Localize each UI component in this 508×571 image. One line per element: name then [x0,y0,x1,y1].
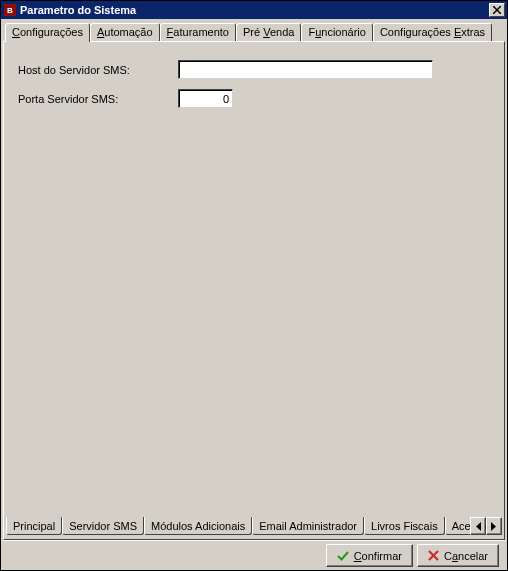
svg-marker-5 [491,522,496,531]
tab-configuracoes[interactable]: Configurações [5,23,90,42]
arrow-left-icon [475,522,481,531]
tab-acesso[interactable]: Acesso [445,517,470,535]
bottom-tabs-scroll: Principal Servidor SMS Módulos Adicionai… [4,517,470,535]
label-host-servidor-sms: Host do Servidor SMS: [18,64,178,76]
app-icon: B [3,3,17,17]
window-title: Parametro do Sistema [20,4,489,16]
tab-scroll-right-button[interactable] [486,517,502,535]
row-porta-servidor-sms: Porta Servidor SMS: [18,89,490,108]
tab-scroll-left-button[interactable] [470,517,486,535]
input-porta-servidor-sms[interactable] [178,89,233,108]
top-tab-strip: Configurações Automação Faturamento Pré … [3,21,505,41]
row-host-servidor-sms: Host do Servidor SMS: [18,60,490,79]
tab-email-administrador[interactable]: Email Administrador [252,517,364,535]
close-button[interactable] [489,3,505,17]
close-icon [493,6,501,14]
tab-automacao[interactable]: Automação [90,23,160,41]
client-area: Configurações Automação Faturamento Pré … [1,19,507,570]
cancel-icon [428,550,439,561]
tab-funcionario[interactable]: Funcionário [301,23,373,41]
tab-servidor-sms[interactable]: Servidor SMS [62,517,144,535]
dialog-footer: Confirmar Cancelar [3,540,505,570]
tab-pre-venda[interactable]: Pré Venda [236,23,301,41]
arrow-right-icon [491,522,497,531]
tab-configuracoes-extras[interactable]: Configurações Extras [373,23,492,41]
tab-principal[interactable]: Principal [6,517,62,535]
bottom-tab-strip: Principal Servidor SMS Módulos Adicionai… [4,517,504,539]
tab-scroll-arrows [470,517,504,535]
tab-livros-fiscais[interactable]: Livros Fiscais [364,517,445,535]
svg-text:B: B [7,6,13,15]
form-area: Host do Servidor SMS: Porta Servidor SMS… [4,42,504,517]
tab-panel-inner: Host do Servidor SMS: Porta Servidor SMS… [4,42,504,539]
title-bar: B Parametro do Sistema [1,1,507,19]
cancelar-button[interactable]: Cancelar [417,544,499,567]
check-icon [337,550,349,562]
tab-modulos-adicionais[interactable]: Módulos Adicionais [144,517,252,535]
tab-panel-outer: Host do Servidor SMS: Porta Servidor SMS… [3,41,505,540]
confirmar-button[interactable]: Confirmar [326,544,413,567]
svg-marker-4 [476,522,481,531]
tab-faturamento[interactable]: Faturamento [160,23,236,41]
input-host-servidor-sms[interactable] [178,60,433,79]
label-porta-servidor-sms: Porta Servidor SMS: [18,93,178,105]
